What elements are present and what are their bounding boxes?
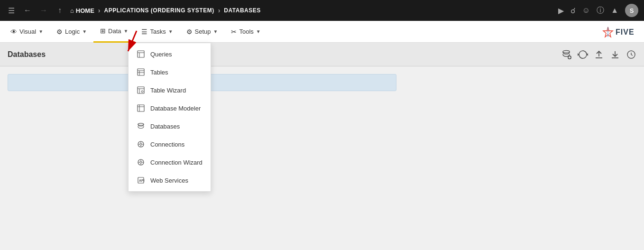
databases-icon	[136, 121, 146, 131]
avatar[interactable]: S	[625, 4, 638, 17]
breadcrumb-sep-1: ›	[98, 7, 101, 14]
svg-rect-15	[138, 105, 144, 111]
play-icon[interactable]: ▶	[558, 6, 564, 15]
dropdown-item-connection-wizard[interactable]: Connection Wizard	[129, 153, 211, 171]
svg-point-18	[138, 123, 144, 125]
page-header: Databases	[0, 43, 644, 66]
dropdown-item-web-services[interactable]: API Web Services	[129, 171, 211, 189]
svg-text:FIVE: FIVE	[616, 28, 635, 36]
back-icon[interactable]: ←	[22, 6, 33, 15]
help-icon[interactable]: ⓘ	[597, 6, 604, 16]
page-actions	[561, 49, 636, 60]
app-breadcrumb[interactable]: APPLICATIONS (ORDERING SYSTEM)	[104, 7, 214, 14]
visual-arrow: ▼	[38, 29, 43, 34]
home-label: HOME	[76, 7, 94, 14]
databases-breadcrumb[interactable]: DATABASES	[224, 7, 260, 14]
tasks-arrow: ▼	[168, 29, 173, 34]
menu-item-visual[interactable]: 👁 Visual ▼	[4, 21, 50, 43]
setup-label: Setup	[195, 28, 211, 35]
visual-label: Visual	[19, 28, 36, 35]
search-icon[interactable]: ☌	[570, 6, 576, 15]
menu-item-setup[interactable]: ⚙ Setup ▼	[180, 21, 225, 43]
top-navbar: ☰ ← → ↑ ⌂ HOME › APPLICATIONS (ORDERING …	[0, 0, 644, 21]
queries-icon	[136, 49, 146, 59]
menu-item-data[interactable]: ⊞ Data ▼	[93, 21, 135, 43]
setup-arrow: ▼	[213, 29, 218, 34]
dropdown-item-queries[interactable]: Queries	[129, 45, 211, 63]
connection-wizard-label: Connection Wizard	[150, 159, 202, 166]
tables-label: Tables	[150, 69, 168, 76]
svg-point-20	[140, 143, 142, 145]
dropdown-item-databases[interactable]: Databases	[129, 117, 211, 135]
dropdown-item-connections[interactable]: Connections	[129, 135, 211, 153]
data-arrow: ▼	[124, 28, 129, 34]
tasks-icon: ☰	[141, 28, 147, 36]
svg-point-14	[141, 91, 143, 93]
breadcrumb-sep-2: ›	[218, 7, 221, 14]
dropdown-item-table-wizard[interactable]: Table Wizard	[129, 81, 211, 99]
connections-label: Connections	[150, 141, 184, 148]
chat-icon[interactable]: ☺	[582, 6, 590, 15]
topbar-right: ▶ ☌ ☺ ⓘ ▲ S	[558, 4, 638, 17]
database-modeler-label: Database Modeler	[150, 105, 201, 112]
logic-icon: ⚙	[56, 28, 63, 36]
history-icon[interactable]	[626, 49, 636, 60]
svg-rect-4	[138, 51, 144, 57]
menu-item-logic[interactable]: ⚙ Logic ▼	[50, 21, 93, 43]
databases-label: Databases	[150, 123, 180, 130]
topbar-left: ☰ ← → ↑ ⌂ HOME › APPLICATIONS (ORDERING …	[6, 6, 554, 15]
home-breadcrumb[interactable]: ⌂ HOME	[70, 7, 94, 14]
connection-wizard-icon	[136, 157, 146, 167]
tools-icon: ✂	[231, 28, 237, 36]
tasks-label: Tasks	[150, 28, 166, 35]
content-area	[0, 66, 644, 250]
hamburger-icon[interactable]: ☰	[6, 6, 17, 15]
svg-point-27	[563, 50, 570, 53]
menu-item-tools[interactable]: ✂ Tools ▼	[224, 21, 267, 43]
five-logo: FIVE	[602, 25, 640, 38]
upload-icon[interactable]	[594, 49, 604, 60]
database-modeler-icon	[136, 103, 146, 113]
web-services-icon: API	[136, 176, 146, 185]
svg-text:API: API	[139, 179, 145, 182]
up-icon[interactable]: ↑	[54, 6, 65, 15]
sync-icon[interactable]	[578, 49, 588, 60]
queries-label: Queries	[150, 51, 172, 58]
table-wizard-label: Table Wizard	[150, 87, 186, 94]
data-dropdown: Queries Tables Table Wizard Database Mod…	[128, 43, 211, 192]
svg-point-22	[140, 161, 142, 163]
forward-icon[interactable]: →	[38, 6, 49, 15]
tools-label: Tools	[239, 28, 253, 35]
home-icon: ⌂	[70, 7, 74, 14]
logic-label: Logic	[65, 28, 80, 35]
web-services-label: Web Services	[150, 177, 188, 184]
svg-rect-7	[138, 69, 144, 75]
table-wizard-icon	[136, 85, 146, 95]
page-title: Databases	[8, 50, 46, 59]
tools-arrow: ▼	[256, 29, 261, 34]
data-label: Data	[108, 28, 121, 35]
dropdown-item-database-modeler[interactable]: Database Modeler	[129, 99, 211, 117]
menu-item-tasks[interactable]: ☰ Tasks ▼	[135, 21, 179, 43]
bell-icon[interactable]: ▲	[611, 6, 618, 15]
add-database-icon[interactable]	[561, 49, 572, 60]
breadcrumb: ⌂ HOME › APPLICATIONS (ORDERING SYSTEM) …	[70, 7, 261, 14]
menu-bar: 👁 Visual ▼ ⚙ Logic ▼ ⊞ Data ▼ ☰ Tasks ▼ …	[0, 21, 644, 43]
dropdown-item-tables[interactable]: Tables	[129, 63, 211, 81]
data-icon: ⊞	[100, 27, 106, 35]
logic-arrow: ▼	[82, 29, 87, 34]
visual-icon: 👁	[10, 28, 17, 36]
svg-rect-11	[138, 87, 144, 93]
main-content: Databases	[0, 43, 644, 250]
connections-icon	[136, 139, 146, 149]
download-icon[interactable]	[610, 49, 620, 60]
tables-icon	[136, 67, 146, 77]
setup-icon: ⚙	[186, 28, 193, 36]
